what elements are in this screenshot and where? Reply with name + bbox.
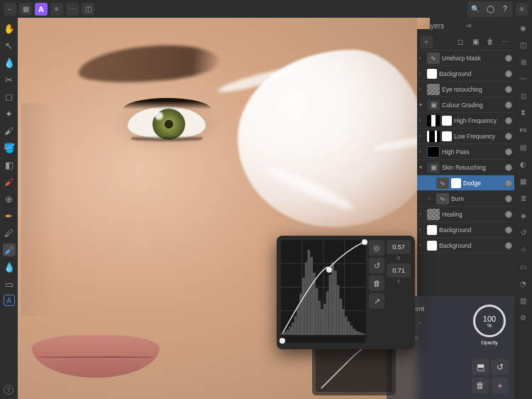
timer-studio-icon[interactable]: ⧗ bbox=[518, 107, 529, 119]
selection-tool[interactable]: ◻ bbox=[3, 90, 16, 103]
curves-popup[interactable]: ◎ ↺ 🗑 ↗ 0.57 X 0.71 Y bbox=[277, 236, 415, 349]
wand-tool[interactable]: ✦ bbox=[3, 107, 16, 120]
layer-row[interactable]: ›Eye retouching bbox=[417, 82, 514, 97]
menu-button[interactable]: ≡ bbox=[50, 3, 63, 16]
layer-options-button[interactable]: ⋯ bbox=[499, 35, 511, 48]
curve-point[interactable] bbox=[326, 267, 332, 273]
expand-icon[interactable]: ▾ bbox=[419, 102, 425, 108]
layer-row[interactable]: ›Background bbox=[417, 66, 514, 82]
back-button[interactable]: ← bbox=[4, 3, 16, 16]
layer-row[interactable]: ›∿Unsharp Mask bbox=[417, 50, 514, 66]
pen-tool[interactable]: ✒ bbox=[3, 209, 16, 222]
visibility-toggle[interactable] bbox=[505, 180, 512, 187]
add-adj-button[interactable]: ＋ bbox=[492, 378, 509, 393]
collapse-icon[interactable]: ›≡ bbox=[466, 22, 509, 29]
visibility-toggle[interactable] bbox=[505, 164, 512, 171]
settings-studio-icon[interactable]: ⚙ bbox=[518, 312, 529, 323]
text-tool[interactable]: A bbox=[4, 295, 15, 306]
document-menu-button[interactable]: ≡ bbox=[516, 3, 528, 16]
layer-row[interactable]: ›Background bbox=[417, 222, 514, 238]
visibility-toggle[interactable] bbox=[505, 117, 512, 124]
mask-button[interactable]: ◻ bbox=[454, 35, 467, 48]
marquee-button[interactable]: ◫ bbox=[82, 3, 94, 16]
crop-tool[interactable]: ✂ bbox=[3, 73, 16, 86]
curve-point[interactable] bbox=[362, 239, 367, 245]
channels-studio-icon[interactable]: ▦ bbox=[518, 175, 529, 187]
expand-icon[interactable]: › bbox=[419, 117, 425, 124]
dodge-tool[interactable]: 🖊 bbox=[3, 226, 16, 239]
expand-icon[interactable]: › bbox=[419, 55, 425, 61]
expand-icon[interactable]: › bbox=[419, 148, 425, 155]
expand-icon[interactable]: ▾ bbox=[419, 164, 425, 170]
eyedropper-tool[interactable]: 💧 bbox=[3, 261, 16, 273]
brush-tool[interactable]: 🖌 bbox=[3, 244, 16, 256]
fill-tool[interactable]: 🪣 bbox=[3, 141, 16, 154]
picker-button[interactable]: ◎ bbox=[369, 240, 384, 256]
layer-row[interactable]: ›∿Burn bbox=[417, 191, 514, 207]
y-value-input[interactable]: 0.71 bbox=[387, 263, 411, 278]
color-studio-icon[interactable]: ◉ bbox=[518, 22, 529, 33]
shape-tool[interactable]: ▭ bbox=[3, 278, 16, 290]
text-studio-icon[interactable]: ⊡ bbox=[518, 90, 529, 102]
visibility-toggle[interactable] bbox=[505, 211, 512, 218]
curves-graph[interactable] bbox=[281, 240, 366, 343]
visibility-toggle[interactable] bbox=[505, 226, 512, 234]
delete-layer-button[interactable]: 🗑 bbox=[484, 35, 497, 48]
layer-row[interactable]: ›Low Frequency bbox=[417, 129, 514, 144]
layer-row[interactable]: ›Background bbox=[417, 238, 514, 253]
visibility-toggle[interactable] bbox=[505, 242, 512, 249]
curve-point[interactable] bbox=[279, 338, 285, 344]
layer-row[interactable]: ▾▣Skin Retouching bbox=[417, 160, 514, 175]
brushes-studio-icon[interactable]: ⊞ bbox=[518, 56, 529, 67]
visibility-toggle[interactable] bbox=[505, 195, 512, 202]
layer-row[interactable]: ›High Pass bbox=[417, 144, 514, 160]
layer-row[interactable]: ›Healing bbox=[417, 207, 514, 222]
visibility-toggle[interactable] bbox=[505, 86, 512, 93]
x-value-input[interactable]: 0.57 bbox=[387, 240, 411, 254]
more-button[interactable]: ⋯ bbox=[66, 3, 79, 16]
delete-point-button[interactable]: 🗑 bbox=[369, 275, 384, 291]
histogram-studio-icon[interactable]: ◔ bbox=[518, 278, 529, 289]
visibility-toggle[interactable] bbox=[505, 55, 512, 62]
visibility-toggle[interactable] bbox=[505, 102, 512, 109]
hand-tool[interactable]: ✋ bbox=[3, 22, 16, 35]
expand-icon[interactable]: › bbox=[419, 70, 425, 77]
expand-icon[interactable]: › bbox=[419, 211, 425, 217]
clone-tool[interactable]: ⊕ bbox=[3, 192, 16, 205]
stock-studio-icon[interactable]: ▤ bbox=[518, 141, 529, 153]
assets-studio-icon[interactable]: ◈ bbox=[518, 209, 529, 221]
persona-button[interactable]: A bbox=[35, 3, 48, 16]
info-studio-icon[interactable]: ▥ bbox=[518, 295, 529, 306]
visibility-toggle[interactable] bbox=[505, 148, 512, 155]
navigator-studio-icon[interactable]: ▭ bbox=[518, 261, 529, 272]
heal-tool[interactable]: 🖌 bbox=[3, 175, 16, 188]
visibility-toggle[interactable] bbox=[505, 70, 512, 77]
adjust-studio-icon[interactable]: ◐ bbox=[518, 158, 529, 170]
zoom-button[interactable]: 🔍 bbox=[469, 3, 482, 16]
merge-button[interactable]: ⬒ bbox=[472, 359, 489, 375]
move-tool[interactable]: ↖ bbox=[3, 39, 16, 52]
layers-studio-icon[interactable]: ≣ bbox=[518, 192, 529, 204]
expand-icon[interactable]: › bbox=[428, 195, 434, 202]
transform-studio-icon[interactable]: ⊹ bbox=[518, 244, 529, 255]
color-picker-tool[interactable]: 💧 bbox=[3, 56, 16, 69]
expand-icon[interactable]: › bbox=[419, 86, 425, 92]
layer-row[interactable]: ›∿Dodge bbox=[417, 175, 514, 191]
gradient-tool[interactable]: ◧ bbox=[3, 158, 16, 171]
visibility-toggle[interactable] bbox=[505, 133, 512, 140]
help-top-button[interactable]: ? bbox=[499, 3, 511, 16]
expand-icon[interactable]: › bbox=[419, 226, 425, 233]
layer-row[interactable]: ▾▣Colour Grading bbox=[417, 97, 514, 113]
opacity-dial[interactable]: 100 % Opacity bbox=[473, 305, 506, 337]
add-layer-button[interactable]: ＋ bbox=[420, 35, 433, 48]
group-button[interactable]: ▣ bbox=[469, 35, 482, 48]
expand-icon[interactable]: › bbox=[428, 180, 434, 186]
delete-adj-button[interactable]: 🗑 bbox=[472, 378, 489, 393]
history-studio-icon[interactable]: ↺ bbox=[518, 226, 529, 238]
brush-paint-tool[interactable]: 🖌 bbox=[3, 124, 16, 137]
stroke-studio-icon[interactable]: 〰 bbox=[518, 73, 529, 84]
lasso-button[interactable]: ◯ bbox=[484, 3, 497, 16]
curve-type-button[interactable]: ↗ bbox=[369, 293, 384, 309]
fx-studio-icon[interactable]: FX bbox=[518, 124, 529, 136]
grid-view-button[interactable]: ▦ bbox=[19, 3, 32, 16]
